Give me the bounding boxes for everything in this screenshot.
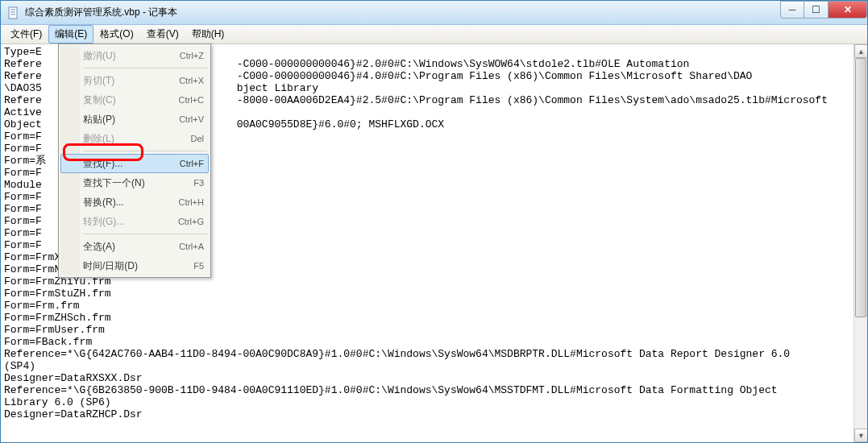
- minimize-button[interactable]: ─: [780, 1, 804, 19]
- menu-label: 替换(R)...: [83, 196, 179, 209]
- menu-item-select-all[interactable]: 全选(A) Ctrl+A: [60, 237, 209, 256]
- menu-shortcut: Ctrl+V: [179, 114, 204, 124]
- vertical-scrollbar[interactable]: ▲ ▼: [853, 44, 867, 442]
- window-controls: ─ ☐ ✕: [780, 1, 867, 19]
- menu-label: 全选(A): [83, 240, 179, 254]
- menubar: 文件(F) 编辑(E) 格式(O) 查看(V) 帮助(H): [1, 25, 867, 44]
- menu-shortcut: Ctrl+X: [179, 76, 204, 85]
- menu-label: 撤消(U): [83, 49, 180, 63]
- menu-shortcut: Ctrl+H: [179, 197, 204, 207]
- app-icon: [7, 6, 20, 19]
- menu-item-cut[interactable]: 剪切(T) Ctrl+X: [60, 71, 209, 90]
- menu-item-goto[interactable]: 转到(G)... Ctrl+G: [60, 212, 209, 231]
- menu-shortcut: Ctrl+F: [180, 159, 204, 168]
- menu-label: 删除(L): [83, 132, 190, 146]
- menu-shortcut: F5: [193, 261, 204, 271]
- menu-shortcut: F3: [193, 178, 204, 188]
- menu-format[interactable]: 格式(O): [93, 25, 139, 43]
- menu-label: 剪切(T): [83, 74, 179, 88]
- menu-item-undo[interactable]: 撤消(U) Ctrl+Z: [60, 46, 209, 65]
- window-title: 综合素质测评管理系统.vbp - 记事本: [25, 6, 780, 19]
- menu-label: 转到(G)...: [83, 215, 178, 229]
- menu-item-copy[interactable]: 复制(C) Ctrl+C: [60, 90, 209, 110]
- menu-label: 复制(C): [83, 93, 179, 107]
- menu-label: 查找下一个(N): [83, 176, 193, 190]
- menu-item-find[interactable]: 查找(F)... Ctrl+F: [60, 154, 209, 173]
- menu-shortcut: Del: [190, 134, 204, 143]
- svg-rect-0: [9, 7, 17, 19]
- scroll-thumb[interactable]: [855, 58, 866, 317]
- scroll-up-button[interactable]: ▲: [854, 44, 867, 58]
- menu-item-replace[interactable]: 替换(R)... Ctrl+H: [60, 193, 209, 212]
- menu-separator: [83, 68, 207, 68]
- menu-label: 粘贴(P): [83, 113, 179, 126]
- scroll-down-button[interactable]: ▼: [854, 429, 867, 442]
- menu-item-paste[interactable]: 粘贴(P) Ctrl+V: [60, 110, 209, 129]
- menu-help[interactable]: 帮助(H): [185, 25, 231, 43]
- menu-label: 时间/日期(D): [83, 259, 193, 273]
- menu-separator: [83, 151, 207, 151]
- menu-item-delete[interactable]: 删除(L) Del: [60, 129, 209, 148]
- menu-item-find-next[interactable]: 查找下一个(N) F3: [60, 173, 209, 193]
- maximize-button[interactable]: ☐: [804, 1, 829, 19]
- menu-edit[interactable]: 编辑(E): [48, 25, 93, 43]
- menu-shortcut: Ctrl+Z: [180, 51, 204, 60]
- edit-dropdown-menu: 撤消(U) Ctrl+Z 剪切(T) Ctrl+X 复制(C) Ctrl+C 粘…: [58, 43, 211, 278]
- menu-shortcut: Ctrl+G: [178, 217, 204, 226]
- menu-item-datetime[interactable]: 时间/日期(D) F5: [60, 256, 209, 275]
- menu-file[interactable]: 文件(F): [4, 25, 48, 43]
- scroll-track[interactable]: [854, 58, 867, 429]
- menu-view[interactable]: 查看(V): [140, 25, 185, 43]
- menu-label: 查找(F)...: [83, 157, 180, 171]
- menu-shortcut: Ctrl+C: [179, 95, 204, 105]
- titlebar[interactable]: 综合素质测评管理系统.vbp - 记事本 ─ ☐ ✕: [1, 1, 867, 25]
- menu-shortcut: Ctrl+A: [179, 242, 204, 251]
- close-button[interactable]: ✕: [829, 1, 867, 19]
- menu-separator: [83, 234, 207, 234]
